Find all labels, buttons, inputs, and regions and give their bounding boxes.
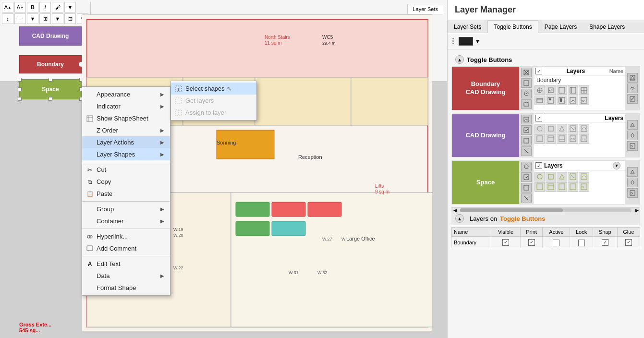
menu-item-appearance[interactable]: Appearance ▶ bbox=[82, 88, 170, 100]
bg-btn-8[interactable] bbox=[557, 96, 567, 105]
boundary-fr-icon-1[interactable] bbox=[627, 73, 638, 83]
space-fr-3[interactable]: fx bbox=[627, 188, 638, 198]
scrollbar-track[interactable] bbox=[460, 208, 632, 212]
boundary-fr-icon-2[interactable] bbox=[627, 84, 638, 93]
space-icon-4[interactable] bbox=[521, 193, 532, 203]
bg-btn-1[interactable] bbox=[535, 85, 545, 95]
align-dropdown-btn[interactable]: ▼ bbox=[27, 13, 38, 24]
lock-checkbox[interactable] bbox=[578, 240, 585, 246]
space-fr-1[interactable] bbox=[627, 167, 638, 177]
boundary-icon-2[interactable] bbox=[521, 78, 532, 88]
cad-grid-btn-1[interactable] bbox=[535, 124, 545, 133]
cad-grid-btn-4[interactable] bbox=[568, 124, 578, 133]
space-grid-btn-5[interactable] bbox=[579, 172, 589, 181]
space-grid-btn-9[interactable] bbox=[568, 182, 578, 192]
position-btn[interactable]: ⊞ bbox=[39, 13, 51, 24]
bg-btn-6[interactable] bbox=[535, 96, 545, 105]
space-grid-btn-3[interactable] bbox=[557, 172, 567, 181]
boundary-fr-icon-3[interactable] bbox=[627, 94, 638, 104]
scroll-left-btn[interactable]: ◀ bbox=[451, 207, 458, 214]
cad-icon-3[interactable] bbox=[521, 136, 532, 145]
row-snap[interactable] bbox=[593, 237, 617, 248]
cad-checkbox[interactable] bbox=[535, 115, 542, 121]
cad-grid-btn-7[interactable] bbox=[546, 134, 556, 144]
bg-btn-5[interactable] bbox=[579, 85, 589, 95]
text-smaller-btn[interactable]: A▼ bbox=[14, 2, 26, 12]
cad-fr-3[interactable]: fx bbox=[627, 141, 638, 151]
styles-btn[interactable]: Layer Sets bbox=[407, 4, 443, 14]
menu-item-z-order[interactable]: Z Order ▶ bbox=[82, 124, 170, 136]
active-checkbox[interactable] bbox=[553, 240, 559, 246]
bg-btn-7[interactable] bbox=[546, 96, 556, 105]
menu-item-layer-actions[interactable]: Layer Actions ▶ bbox=[82, 136, 170, 148]
cad-grid-btn-10[interactable]: ΣΣ bbox=[579, 134, 589, 144]
row-glue[interactable] bbox=[617, 237, 640, 248]
cad-grid-btn-5[interactable] bbox=[579, 124, 589, 133]
toggle-buttons-expand[interactable]: ▲ bbox=[455, 55, 464, 64]
cad-drawing-shape[interactable]: CAD Drawing bbox=[19, 26, 82, 46]
cad-icon-2[interactable] bbox=[521, 125, 532, 135]
panel-gripper[interactable] bbox=[451, 36, 455, 46]
menu-item-hyperlink[interactable]: Hyperlink... bbox=[82, 230, 170, 242]
row-active[interactable] bbox=[543, 237, 570, 248]
space-grid-btn-4[interactable] bbox=[568, 172, 578, 181]
submenu-select-shapes[interactable]: Select shapes ↖ bbox=[171, 83, 256, 95]
snap-checkbox[interactable] bbox=[602, 239, 608, 246]
row-visible[interactable] bbox=[491, 237, 520, 248]
menu-item-indicator[interactable]: Indicator ▶ bbox=[82, 100, 170, 112]
cad-fr-1[interactable] bbox=[627, 120, 638, 130]
space-icon-2[interactable] bbox=[521, 172, 532, 182]
row-print[interactable] bbox=[520, 237, 542, 248]
space-grid-btn-1[interactable] bbox=[535, 172, 545, 181]
menu-item-container[interactable]: Container ▶ bbox=[82, 215, 170, 227]
space-icon-3[interactable] bbox=[521, 183, 532, 193]
menu-item-cut[interactable]: ✂ Cut bbox=[82, 164, 170, 176]
bg-btn-10[interactable]: fx bbox=[579, 96, 589, 105]
space-fr-2[interactable] bbox=[627, 178, 638, 187]
print-checkbox[interactable] bbox=[528, 239, 535, 246]
scrollbar-thumb[interactable] bbox=[460, 208, 563, 212]
menu-item-layer-shapes[interactable]: Layer Shapes ▶ bbox=[82, 148, 170, 160]
glue-checkbox[interactable] bbox=[625, 239, 632, 246]
space-grid-btn-10[interactable]: fx bbox=[579, 182, 589, 192]
boundary-checkbox[interactable] bbox=[535, 68, 542, 74]
cad-fr-2[interactable] bbox=[627, 131, 638, 140]
menu-item-data[interactable]: Data ▶ bbox=[82, 270, 170, 282]
boundary-icon-1[interactable] bbox=[521, 68, 532, 77]
align-left-btn[interactable]: ≡ bbox=[14, 13, 26, 24]
bg-btn-2[interactable] bbox=[546, 85, 556, 95]
tab-page-layers[interactable]: Page Layers bbox=[538, 20, 583, 33]
space-grid-btn-8[interactable] bbox=[557, 182, 567, 192]
cad-grid-btn-8[interactable] bbox=[557, 134, 567, 144]
cad-grid-btn-2[interactable] bbox=[546, 124, 556, 133]
tab-shape-layers[interactable]: Shape Layers bbox=[583, 20, 631, 33]
space-grid-btn-7[interactable] bbox=[546, 182, 556, 192]
color-dropdown-btn[interactable]: ▼ bbox=[64, 2, 76, 12]
menu-item-group[interactable]: Group ▶ bbox=[82, 203, 170, 215]
resize-btn[interactable]: ↕ bbox=[2, 13, 13, 24]
position-dropdown-btn[interactable]: ▼ bbox=[52, 13, 63, 24]
bold-btn[interactable]: B bbox=[27, 2, 38, 12]
color-swatch[interactable] bbox=[459, 37, 473, 46]
space-checkbox[interactable] bbox=[535, 162, 542, 169]
space-expand[interactable]: ▼ bbox=[613, 162, 620, 169]
swatch-dropdown[interactable]: ▼ bbox=[475, 38, 480, 44]
tab-toggle-buttons[interactable]: Toggle Buttons bbox=[487, 20, 538, 33]
menu-item-show-shapesheet[interactable]: Show ShapeSheet bbox=[82, 112, 170, 124]
menu-item-copy[interactable]: ⧉ Copy bbox=[82, 176, 170, 188]
bg-btn-9[interactable] bbox=[568, 96, 578, 105]
text-larger-btn[interactable]: A▲ bbox=[2, 2, 13, 12]
row-lock[interactable] bbox=[570, 237, 593, 248]
bg-btn-3[interactable] bbox=[557, 85, 567, 95]
space-shape[interactable]: Space bbox=[19, 79, 82, 99]
visible-checkbox[interactable] bbox=[502, 239, 509, 246]
cad-icon-4[interactable] bbox=[521, 146, 532, 156]
menu-item-paste[interactable]: 📋 Paste bbox=[82, 188, 170, 200]
boundary-icon-4[interactable] bbox=[521, 99, 532, 109]
boundary-shape[interactable]: Boundary bbox=[19, 55, 82, 73]
cad-icon-1[interactable] bbox=[521, 115, 532, 124]
bg-btn-4[interactable] bbox=[568, 85, 578, 95]
cad-grid-btn-6[interactable] bbox=[535, 134, 545, 144]
space-grid-btn-6[interactable] bbox=[535, 182, 545, 192]
boundary-icon-3[interactable] bbox=[521, 89, 532, 98]
